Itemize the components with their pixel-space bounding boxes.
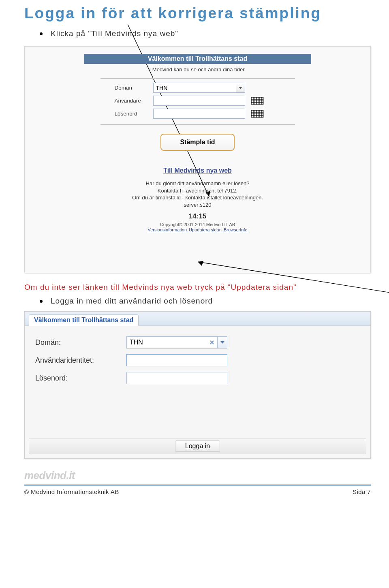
- keyboard-icon[interactable]: [251, 97, 264, 105]
- welcome-tab[interactable]: Välkommen till Trollhättans stad: [29, 314, 139, 326]
- watermark-logo: medvind.it: [24, 469, 371, 482]
- browser-info-link[interactable]: BrowserInfo: [224, 227, 248, 232]
- password-input[interactable]: [153, 109, 245, 119]
- stamp-time-button[interactable]: Stämpla tid: [160, 134, 234, 151]
- domain-label: Domän:: [35, 338, 126, 347]
- password-label: Lösenord:: [35, 374, 126, 383]
- bullet-icon: [40, 32, 43, 35]
- button-bar: Logga in: [29, 438, 366, 454]
- password-label: Lösenord: [115, 111, 153, 117]
- help-line-3: Om du är timanställd - kontakta istället…: [84, 194, 311, 201]
- keyboard-icon[interactable]: [251, 110, 264, 118]
- tab-bar: Välkommen till Trollhättans stad: [25, 312, 370, 326]
- copyright-text: Copyright© 2001-2014 Medvind IT AB: [84, 222, 311, 227]
- page-title: Logga in för att korrigera stämpling: [24, 5, 371, 22]
- user-identity-label: Användaridentitet:: [35, 356, 126, 365]
- help-line-4: server:s120: [84, 201, 311, 209]
- update-page-link[interactable]: Uppdatera sidan: [189, 227, 222, 232]
- clock-time: 14:15: [84, 212, 311, 220]
- user-label: Användare: [115, 98, 153, 104]
- divider: [100, 124, 295, 125]
- domain-label: Domän: [115, 85, 153, 91]
- help-line-1: Har du glömt ditt användarnamn eller lös…: [84, 180, 311, 187]
- domain-input[interactable]: [126, 336, 218, 349]
- bullet-text-2: Logga in med ditt användarid och lösenor…: [51, 297, 213, 306]
- footer-company: © Medvind Informationsteknik AB: [24, 488, 119, 495]
- version-info-link[interactable]: Versionsinformation: [147, 227, 187, 232]
- bullet-text-1: Klicka på "Till Medvinds nya web": [51, 29, 178, 38]
- chevron-down-icon: [220, 341, 224, 344]
- password-input[interactable]: [126, 372, 227, 384]
- help-line-2: Kontakta IT-avdelningen, tel 7912.: [84, 187, 311, 195]
- user-identity-input[interactable]: [126, 354, 227, 366]
- user-input[interactable]: [153, 96, 245, 106]
- divider: [100, 78, 295, 79]
- login-screenshot-2: Välkommen till Trollhättans stad Domän: …: [24, 311, 371, 459]
- help-text: Har du glömt ditt användarnamn eller lös…: [84, 180, 311, 208]
- to-new-web-link[interactable]: Till Medvinds nya web: [163, 167, 232, 174]
- clear-icon[interactable]: [209, 339, 215, 346]
- footer-divider: [24, 484, 371, 486]
- welcome-banner: Välkommen till Trollhättans stad: [84, 54, 311, 64]
- bullet-icon: [40, 300, 43, 303]
- login-button[interactable]: Logga in: [175, 440, 220, 452]
- login-screenshot-1: Välkommen till Trollhättans stad I Medvi…: [24, 46, 371, 273]
- hint-text-red: Om du inte ser länken till Medvinds nya …: [24, 283, 371, 292]
- chevron-down-icon: [239, 87, 242, 89]
- intro-text: I Medvind kan du se och ändra dina tider…: [84, 66, 311, 73]
- domain-dropdown-button[interactable]: [236, 83, 245, 93]
- domain-dropdown-button[interactable]: [218, 336, 227, 349]
- svg-marker-3: [198, 261, 203, 266]
- page-number: Sida 7: [353, 488, 371, 495]
- domain-input[interactable]: [153, 83, 236, 93]
